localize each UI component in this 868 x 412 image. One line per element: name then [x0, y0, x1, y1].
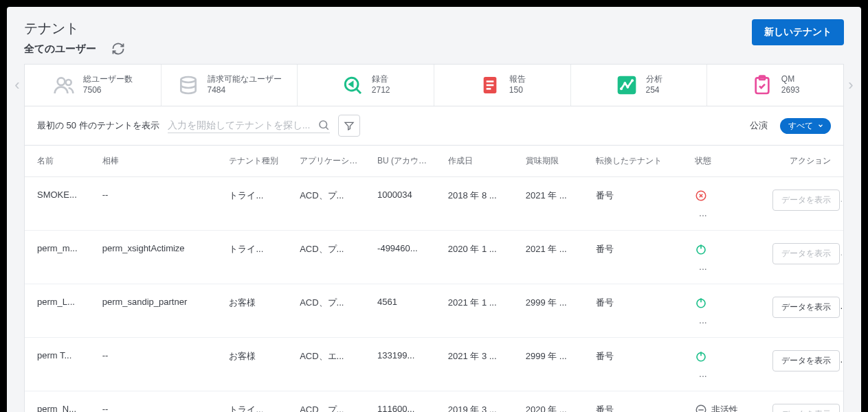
recording-icon [342, 74, 364, 96]
search-icon[interactable] [318, 119, 330, 131]
svg-point-1 [65, 80, 71, 85]
view-data-button[interactable]: データを表示 [772, 350, 840, 371]
svg-rect-5 [487, 80, 494, 82]
cell-type: トライ... [222, 391, 293, 413]
stat-label: 請求可能なユーザー [208, 74, 282, 85]
cell-name: perm_N... [25, 391, 96, 413]
cell-bu: 111600... [370, 391, 441, 413]
filter-button[interactable] [338, 115, 360, 137]
stats-bar: 総ユーザー数 7506 請求可能なユーザー 7484 録音 [24, 64, 844, 106]
svg-point-20 [696, 405, 706, 412]
analytics-icon [616, 74, 638, 96]
cell-status: ... [688, 284, 766, 338]
svg-point-12 [631, 79, 634, 82]
cell-type: トライ... [222, 177, 293, 231]
cell-created: 2019 年 3 ... [441, 391, 519, 413]
carousel-next-icon[interactable]: › [844, 64, 858, 106]
svg-point-2 [181, 77, 195, 82]
view-data-button[interactable]: データを表示 [772, 297, 840, 318]
col-status[interactable]: 状態 [688, 146, 766, 177]
col-created[interactable]: 作成日 [441, 146, 519, 177]
cell-partner: perm_sandip_partner [96, 284, 223, 338]
carousel-prev-icon[interactable]: ‹ [10, 64, 24, 106]
col-type[interactable]: テナント種別 [222, 146, 293, 177]
cell-bu: 4561 [370, 284, 441, 338]
cell-name: perm T... [25, 338, 96, 391]
header-titles: テナント 全てのユーザー [24, 19, 752, 56]
cell-created: 2021 年 3 ... [441, 338, 519, 391]
table-row: SMOKE...--トライ...ACD、プ...10000342018 年 8 … [25, 177, 843, 231]
list-count-label: 最初の 50 件のテナントを表示 [37, 119, 159, 132]
cell-app: ACD、プ... [293, 177, 370, 231]
col-partner[interactable]: 相棒 [96, 146, 223, 177]
stat-label: 総ユーザー数 [83, 74, 133, 85]
col-converted[interactable]: 転換したテナント [589, 146, 688, 177]
more-icon[interactable]: ... [699, 262, 759, 271]
qm-icon [751, 74, 773, 96]
cell-name: SMOKE... [25, 177, 96, 231]
cell-action: データを表示 [766, 284, 843, 338]
stat-qm: QM 2693 [707, 65, 843, 106]
cell-action: データを表示 [766, 391, 843, 413]
show-value: すべて [788, 120, 813, 132]
billing-icon [177, 74, 199, 96]
status-on-icon [695, 350, 707, 363]
svg-point-0 [57, 78, 65, 85]
cell-action: データを表示 [766, 177, 843, 231]
filter-icon [344, 120, 355, 131]
svg-point-15 [320, 121, 327, 128]
cell-created: 2021 年 1 ... [441, 284, 519, 338]
cell-name: perm_m... [25, 231, 96, 284]
cell-app: ACD、プ... [293, 391, 370, 413]
cell-name: perm_L... [25, 284, 96, 338]
cell-converted: 番号 [589, 391, 688, 413]
status-on-icon [695, 243, 707, 255]
view-data-button[interactable]: データを表示 [772, 190, 840, 211]
more-icon[interactable]: ... [699, 208, 759, 218]
svg-point-10 [623, 82, 626, 84]
new-tenant-button[interactable]: 新しいテナント [752, 19, 844, 45]
cell-expires: 2021 年 ... [519, 231, 590, 284]
col-bu[interactable]: BU (アカウント番 [370, 146, 441, 177]
view-data-button[interactable]: データを表示 [772, 243, 840, 264]
refresh-icon[interactable] [111, 42, 125, 56]
report-icon [479, 74, 501, 96]
cell-app: ACD、エ... [293, 338, 370, 391]
svg-point-9 [620, 87, 623, 90]
cell-created: 2018 年 8 ... [441, 177, 519, 231]
stat-label: QM [781, 74, 800, 85]
cell-app: ACD、プ... [293, 284, 370, 338]
cell-expires: 2021 年 ... [519, 177, 590, 231]
search-input[interactable] [168, 119, 312, 130]
cell-expires: 2999 年 ... [519, 284, 590, 338]
col-name[interactable]: 名前 [25, 146, 96, 177]
page-container: テナント 全てのユーザー 新しいテナント ‹ 総ユーザー数 7506 [7, 7, 861, 412]
stat-value: 2712 [372, 85, 390, 96]
show-dropdown[interactable]: すべて [780, 118, 831, 134]
stat-label: 分析 [646, 74, 663, 85]
tenant-table: 名前 相棒 テナント種別 アプリケーション BU (アカウント番 作成日 賞味期… [24, 146, 844, 412]
stat-label: 録音 [372, 74, 390, 85]
cell-partner: -- [96, 391, 223, 413]
stat-value: 150 [509, 85, 526, 96]
cell-action: データを表示 [766, 338, 843, 391]
cell-bu: 1000034 [370, 177, 441, 231]
col-action[interactable]: アクション [766, 146, 843, 177]
table-row: perm T...--お客様ACD、エ...133199...2021 年 3 … [25, 338, 843, 391]
cell-status: 非活性... [688, 391, 766, 413]
col-app[interactable]: アプリケーション [293, 146, 370, 177]
more-icon[interactable]: ... [699, 369, 759, 378]
page-subtitle: 全てのユーザー [24, 43, 96, 56]
more-icon[interactable]: ... [699, 315, 759, 325]
search-box [168, 119, 330, 133]
table-toolbar: 最初の 50 件のテナントを表示 公演 すべて [24, 106, 844, 146]
cell-type: トライ... [222, 231, 293, 284]
view-data-button[interactable]: データを表示 [772, 404, 840, 412]
show-label: 公演 [750, 119, 768, 132]
page-title: テナント [24, 19, 752, 38]
stat-label: 報告 [509, 74, 526, 85]
cell-bu: -499460... [370, 231, 441, 284]
cell-partner: -- [96, 338, 223, 391]
stat-total-users: 総ユーザー数 7506 [25, 65, 162, 106]
col-expires[interactable]: 賞味期限 [519, 146, 590, 177]
